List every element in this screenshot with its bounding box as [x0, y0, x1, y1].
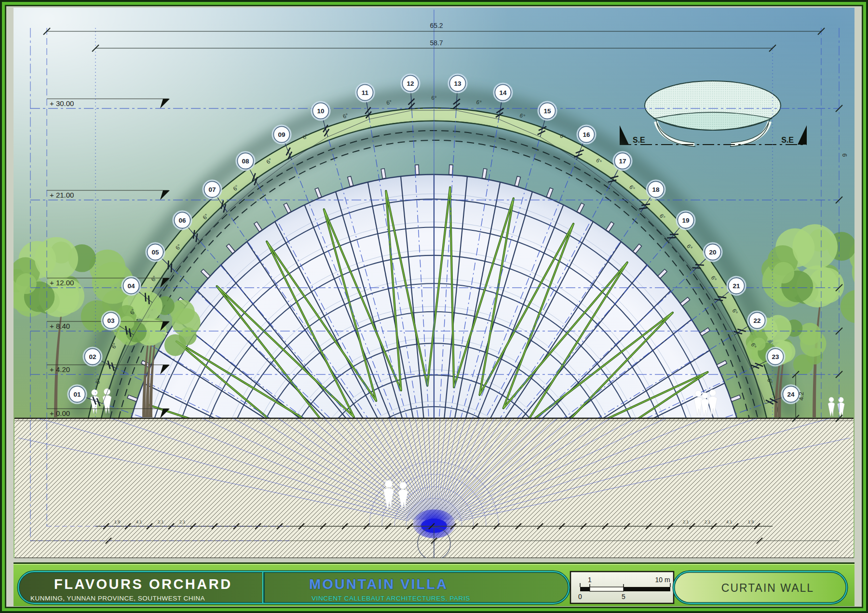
grid-bubble-number: 21 [732, 282, 740, 290]
grid-bubble-number: 08 [242, 158, 249, 165]
grid-bubble-number: 05 [151, 249, 159, 256]
grid-bubble-number: 04 [127, 282, 135, 290]
chain-dim-label: 1.9 [748, 520, 754, 524]
chain-dim-label: 2.1 [705, 520, 711, 524]
ground-section: 1.91.94.14.12.12.12.12.1 [14, 418, 854, 560]
scale-label-0: 0 [578, 593, 582, 600]
tree-foliage [35, 237, 78, 280]
grid-bubble-number: 09 [278, 131, 285, 138]
grid-tick-icon [692, 267, 701, 268]
section-label-left: S.E [633, 136, 645, 144]
drawing-sheet: 1.91.94.14.12.12.12.12.1 + 30.00+ 21.00+… [0, 0, 868, 613]
grid-bubble-number: 01 [73, 391, 81, 398]
mullion-anchor-tab [415, 165, 419, 174]
tree-foliage [172, 308, 200, 337]
grid-bubble-number: 23 [772, 353, 779, 360]
level-label: + 4.20 [50, 365, 70, 373]
grid-bubble-number: 24 [787, 391, 795, 398]
side-dim-42: 4.2 [798, 392, 805, 400]
title-band-highlight [14, 564, 854, 565]
level-label: + 8.40 [50, 322, 70, 330]
grid-bubble-number: 14 [499, 89, 507, 96]
grid-tick-icon [168, 261, 169, 269]
chain-dim-label: 2.1 [158, 520, 164, 524]
grid-bubble-number: 07 [208, 186, 216, 193]
angle-label: 6° [432, 95, 437, 101]
scale-label-10m: 10 m [655, 576, 670, 584]
tree-foliage [792, 224, 838, 269]
tree-foliage [800, 331, 826, 357]
title-block: FLAVOURS ORCHARD KUNMING, YUNNAN PROVINC… [14, 562, 854, 606]
grid-tick-icon [670, 234, 678, 235]
scale-label-1: 1 [588, 576, 592, 584]
chain-dim-label: 2.1 [683, 520, 689, 524]
grid-tick-icon [145, 293, 146, 302]
tree-foliage [773, 262, 794, 283]
grid-bubble-number: 13 [454, 80, 461, 87]
title-band-topline [14, 562, 854, 564]
tree-foliage [16, 273, 37, 294]
tree-foliage [764, 315, 791, 342]
grid-bubble-number: 20 [709, 249, 716, 256]
grid-bubble-number: 17 [619, 158, 626, 165]
grid-bubble-number: 16 [583, 131, 590, 138]
grid-tick-icon [149, 295, 149, 304]
villa-subtitle: VINCENT CALLEBAUT ARCHITECTURES, PARIS [312, 595, 470, 602]
level-label: + 30.00 [50, 99, 74, 107]
tree-foliage [793, 354, 813, 374]
grid-bubble-number: 11 [362, 89, 369, 96]
level-label: + 0.00 [50, 409, 70, 417]
level-label: + 21.00 [50, 191, 74, 199]
villa-title: MOUNTAIN VILLA [309, 576, 448, 592]
grid-tick-icon [695, 265, 704, 265]
grid-bubble-number: 10 [317, 107, 324, 115]
level-label: + 12.00 [50, 279, 74, 287]
grid-bubble-number: 18 [652, 186, 660, 193]
chain-dim-label: 1.9 [114, 520, 121, 524]
dim-inner-label: 58.7 [430, 39, 443, 47]
chain-dim-label: 2.1 [179, 520, 186, 524]
project-title: FLAVOURS ORCHARD [54, 576, 232, 592]
grid-bubble-number: 03 [107, 317, 115, 324]
grid-tick-icon [667, 238, 676, 238]
grid-bubble-number: 15 [543, 107, 551, 115]
side-dim-9: 9 [841, 153, 848, 157]
grid-bubble-number: 12 [407, 80, 414, 87]
curtain-wall-section-drawing: 1.91.94.14.12.12.12.12.1 + 30.00+ 21.00+… [0, 0, 868, 613]
angle-label: 6° [386, 99, 392, 106]
sheet-title: CURTAIN WALL [721, 582, 814, 594]
chain-dim-label: 4.1 [136, 520, 142, 524]
chain-dim-label: 4.1 [726, 520, 732, 524]
grid-tick-icon [171, 264, 172, 272]
dim-total-label: 65.2 [430, 22, 443, 29]
section-label-right: S.E [781, 136, 794, 144]
tree-foliage [133, 291, 163, 320]
scale-label-5: 5 [622, 593, 625, 600]
tree-foliage [164, 334, 186, 356]
grid-bubble-number: 02 [89, 353, 96, 360]
mullion-anchor-tab [449, 165, 453, 174]
angle-label: 6° [476, 99, 482, 106]
grid-bubble-number: 06 [178, 217, 186, 224]
grid-bubble-number: 22 [753, 317, 760, 324]
project-subtitle: KUNMING, YUNNAN PROVINCE, SOUTHWEST CHIN… [30, 595, 205, 602]
grid-bubble-number: 19 [682, 217, 689, 224]
